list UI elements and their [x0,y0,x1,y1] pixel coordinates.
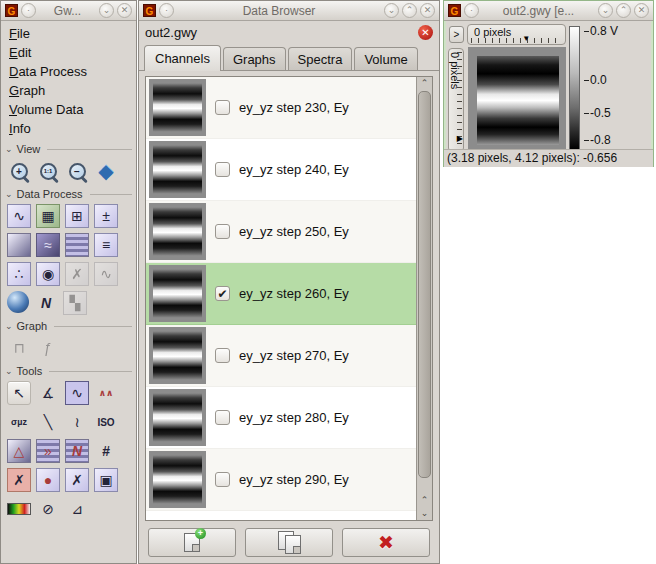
channel-visibility-checkbox[interactable] [215,100,230,115]
section-header-view[interactable]: ⌄View [1,140,136,156]
channel-row[interactable]: ey_yz step 250, Ey [146,201,416,263]
zoom-1-1-icon[interactable]: 1:1 [36,159,60,183]
color-range-tool-icon[interactable] [7,503,31,515]
image-canvas-area[interactable] [468,47,566,153]
facet-level-tool-icon[interactable]: △ [7,439,31,463]
read-value-tool-icon[interactable]: ↖ [7,381,31,405]
grain-distribution-icon[interactable]: ∿ [94,262,118,286]
section-header-graph[interactable]: ⌄Graph [1,317,136,333]
data-image[interactable] [477,56,559,145]
channel-visibility-checkbox[interactable] [215,348,230,363]
graph-function-fit-icon[interactable]: ƒ [36,336,60,360]
close-window-button[interactable]: ✕ [634,3,649,18]
menu-item-volume-data[interactable]: Volume Data [1,100,136,119]
line-correction-icon[interactable] [65,233,89,257]
browser-titlebar[interactable]: G · Data Browser ⌄ ⌃ ✕ [139,1,439,21]
channel-visibility-checkbox[interactable] [215,472,230,487]
channel-row[interactable]: ey_yz step 240, Ey [146,139,416,201]
tab-spectra[interactable]: Spectra [288,47,353,70]
delete-data-button[interactable]: ✖ [342,528,430,557]
channel-thumbnail [149,451,206,508]
roughness-iso-tool-icon[interactable]: ISO [94,410,118,434]
window-menu-button[interactable]: · [464,3,479,18]
row-column-stats-tool-icon[interactable]: ≀ [65,410,89,434]
shade-window-button[interactable]: ⌄ [384,3,399,18]
menu-item-file[interactable]: File [1,24,136,43]
profile-tool-icon[interactable]: ∿ [65,381,89,405]
selection-manager-tool-icon[interactable]: ▣ [94,468,118,492]
zoom-out-icon[interactable]: − [65,159,89,183]
channel-thumbnail [149,389,206,446]
scroll-down-icon[interactable]: ⌄ [421,507,429,520]
maximize-window-button[interactable]: ⌃ [616,3,631,18]
close-file-icon[interactable]: ✕ [418,25,433,40]
scrollbar[interactable]: ⌃ ⌃ ⌄ [416,77,432,520]
scroll-up-icon[interactable]: ⌃ [421,77,429,90]
path-level-tool-icon[interactable]: N [65,439,89,463]
mask-editor-tool-icon[interactable]: ✗ [7,468,31,492]
section-header-data-process[interactable]: ⌄Data Process [1,185,136,201]
new-data-button[interactable]: + [148,528,236,557]
maximize-window-button[interactable]: ⌃ [402,3,417,18]
shade-window-button[interactable]: ⌄ [598,3,613,18]
plane-level-icon[interactable] [7,233,31,257]
channel-row[interactable]: ey_yz step 230, Ey [146,77,416,139]
channel-row[interactable]: ✔ey_yz step 260, Ey [146,263,416,325]
graph-cut-icon[interactable]: ⊓ [7,336,31,360]
close-window-button[interactable]: ✕ [420,3,435,18]
statistical-functions-tool-icon[interactable]: ╲ [36,410,60,434]
channel-visibility-checkbox[interactable] [215,410,230,425]
channel-visibility-checkbox[interactable]: ✔ [215,286,230,301]
align-rows-icon[interactable]: ≡ [94,233,118,257]
corner-menu-button[interactable]: > [449,26,464,43]
grain-measure-tool-icon[interactable]: ✗ [65,468,89,492]
three-point-level-tool-icon[interactable]: ⊿ [65,497,89,521]
color-inspector-tool-icon[interactable]: ⊘ [36,497,60,521]
menu-item-data-process[interactable]: Data Process [1,62,136,81]
tile-mask-icon[interactable]: ▚ [63,291,87,315]
sphere-revolve-icon[interactable] [7,291,29,313]
grain-measure-tool-icon-glyph: ✗ [71,472,83,488]
duplicate-data-button[interactable] [245,528,333,557]
channel-visibility-checkbox[interactable] [215,162,230,177]
section-header-tools[interactable]: ⌄Tools [1,362,136,378]
menu-item-graph[interactable]: Graph [1,81,136,100]
scroll-up-icon[interactable]: ⌃ [421,494,429,507]
remove-grains-icon[interactable]: ✗ [65,262,89,286]
image-titlebar[interactable]: G · out2.gwy [e... ⌄ ⌃ ✕ [444,1,653,21]
channel-row[interactable]: ey_yz step 270, Ey [146,325,416,387]
polynomial-icon[interactable]: N [34,291,58,315]
resize-icon[interactable]: ⊞ [65,204,89,228]
tab-channels[interactable]: Channels [144,45,221,71]
watershed-icon[interactable]: ◉ [36,262,60,286]
data-arithmetic-icon[interactable]: ± [94,204,118,228]
mark-grains-icon-glyph: ∴ [15,266,24,282]
tab-graphs[interactable]: Graphs [223,47,286,70]
menu-item-edit[interactable]: Edit [1,43,136,62]
fix-zero-icon[interactable]: ∿ [7,204,31,228]
tab-volume[interactable]: Volume [354,47,417,70]
close-window-button[interactable]: ✕ [117,3,132,18]
channel-row[interactable]: ey_yz step 290, Ey [146,449,416,511]
level-rows-tool-icon[interactable]: » [36,439,60,463]
mask-operations-icon[interactable]: ▦ [36,204,60,228]
window-menu-button[interactable]: · [21,3,36,18]
crop-tool-icon[interactable]: # [94,439,118,463]
mark-grains-icon[interactable]: ∴ [7,262,31,286]
shade-window-button[interactable]: ⌄ [99,3,114,18]
grain-remove-tool-icon[interactable]: ● [36,468,60,492]
spectro-tool-icon[interactable]: ∧∧ [94,381,118,405]
channel-thumbnail [149,79,206,136]
statistics-tool-icon[interactable]: σµz [7,410,31,434]
channel-row[interactable]: ey_yz step 280, Ey [146,387,416,449]
synthetic-surface-icon[interactable]: ≈ [36,233,60,257]
window-menu-button[interactable]: · [159,3,174,18]
channel-visibility-checkbox[interactable] [215,224,230,239]
view-3d-icon[interactable]: ◆ [94,159,118,183]
toolbox-titlebar[interactable]: G · Gw... ⌄ ✕ [1,1,136,21]
color-inspector-tool-icon-glyph: ⊘ [42,501,54,517]
menu-item-info[interactable]: Info [1,119,136,138]
zoom-in-icon[interactable]: + [7,159,31,183]
distance-tool-icon[interactable]: ∡ [36,381,60,405]
scrollbar-thumb[interactable] [418,91,431,478]
